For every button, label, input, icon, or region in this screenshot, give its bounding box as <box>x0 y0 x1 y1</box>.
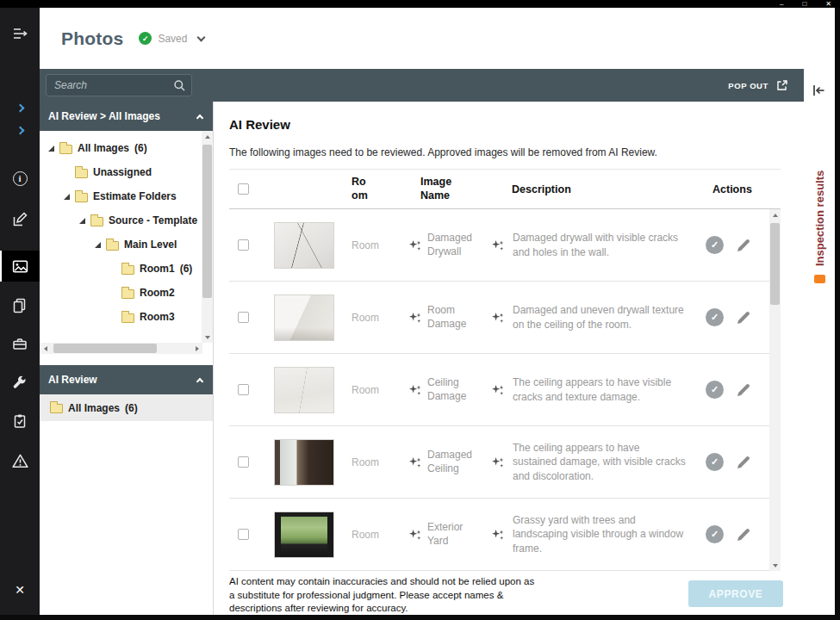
section-header-label: AI Review <box>48 374 97 386</box>
folder-icon <box>75 193 88 202</box>
scroll-left-button[interactable] <box>40 343 51 354</box>
tree-breadcrumb-header[interactable]: AI Review > All Images <box>40 102 213 131</box>
inspection-results-tab[interactable]: Inspection results <box>808 115 831 283</box>
tree-item-label: Room1 <box>140 263 175 275</box>
ai-review-table: Room Image Name Description Actions Room… <box>229 169 781 571</box>
scroll-up-button[interactable] <box>769 209 781 220</box>
tree-item-room1[interactable]: Room1 (6) <box>40 257 202 281</box>
scroll-up-button[interactable] <box>202 131 213 142</box>
edit-action-icon[interactable] <box>736 310 751 326</box>
ai-review-section-header[interactable]: AI Review <box>40 365 213 394</box>
edit-icon[interactable] <box>0 204 40 235</box>
room-label: Room <box>345 312 396 324</box>
photo-thumbnail[interactable] <box>274 222 334 269</box>
expand-triangle-icon[interactable] <box>64 194 70 200</box>
tree-item-source-template[interactable]: Source - Template <box>40 208 202 232</box>
image-name: Damaged Drywall <box>427 232 479 258</box>
photo-thumbnail[interactable] <box>274 512 334 558</box>
edit-action-icon[interactable] <box>736 455 751 470</box>
tree-item-label: Room3 <box>140 311 175 323</box>
image-name: Exterior Yard <box>427 521 479 548</box>
pop-out-button[interactable]: POP OUT <box>725 74 792 96</box>
image-name: Room Damage <box>427 304 479 331</box>
close-icon[interactable]: ✕ <box>0 574 40 605</box>
nav-chevron-icon[interactable] <box>0 115 40 146</box>
ai-review-title: AI Review <box>229 117 290 132</box>
column-header-room: Room <box>345 176 396 202</box>
tree-horizontal-scrollbar[interactable] <box>40 343 202 354</box>
edit-action-icon[interactable] <box>736 527 751 542</box>
select-all-checkbox[interactable] <box>238 183 249 195</box>
row-checkbox[interactable] <box>238 239 249 251</box>
tools-icon[interactable] <box>0 368 40 399</box>
ai-sparkle-icon <box>491 383 505 397</box>
folder-icon <box>106 241 119 251</box>
edit-action-icon[interactable] <box>736 238 751 253</box>
tree-item-room2[interactable]: Room2 <box>40 281 202 305</box>
photo-thumbnail[interactable] <box>274 367 334 413</box>
alerts-icon[interactable] <box>0 445 40 476</box>
room-label: Room <box>345 529 396 541</box>
tree-vertical-scrollbar[interactable] <box>202 131 213 343</box>
scroll-right-button[interactable] <box>191 343 202 354</box>
approve-check-icon[interactable] <box>706 308 724 326</box>
scrollbar-thumb[interactable] <box>770 223 780 305</box>
tree-item-main-level[interactable]: Main Level <box>40 232 202 257</box>
search-icon[interactable] <box>173 79 186 96</box>
ai-sparkle-icon <box>491 528 505 542</box>
tree-item-room3[interactable]: Room3 <box>40 305 202 329</box>
window-minimize-button[interactable]: – <box>780 0 783 8</box>
room-label: Room <box>345 239 396 251</box>
tree-item-all-images-selected[interactable]: All Images (6) <box>40 394 213 421</box>
window-close-button[interactable]: ✕ <box>825 0 831 8</box>
row-checkbox[interactable] <box>238 312 249 323</box>
row-checkbox[interactable] <box>238 529 249 540</box>
window-titlebar: – □ ✕ <box>0 0 840 8</box>
expand-triangle-icon[interactable] <box>48 146 54 152</box>
approve-button[interactable]: APPROVE <box>688 580 783 607</box>
approve-check-icon[interactable] <box>706 525 724 543</box>
folder-icon <box>90 217 103 226</box>
menu-expand-icon[interactable] <box>0 18 40 49</box>
folder-icon <box>121 265 134 275</box>
expand-triangle-icon[interactable] <box>95 242 101 248</box>
approve-check-icon[interactable] <box>706 236 724 254</box>
tree-item-estimate-folders[interactable]: Estimate Folders <box>40 184 202 208</box>
window-maximize-button[interactable]: □ <box>802 0 806 8</box>
toolbox-icon[interactable] <box>0 328 40 359</box>
photo-thumbnail[interactable] <box>274 294 334 341</box>
row-checkbox[interactable] <box>238 384 249 395</box>
tree-item-label: Room2 <box>140 287 175 299</box>
ai-sparkle-icon <box>491 311 505 325</box>
folder-icon <box>50 404 63 413</box>
ai-disclaimer: AI content may contain inaccuracies and … <box>229 575 538 616</box>
image-name: Damaged Ceiling <box>427 449 479 475</box>
chevron-right-icon <box>16 103 24 112</box>
scroll-down-button[interactable] <box>202 332 213 343</box>
saved-status-dropdown[interactable]: Saved <box>139 32 204 45</box>
chevron-up-icon <box>196 114 203 121</box>
tree-item-count: (6) <box>125 402 138 414</box>
table-vertical-scrollbar[interactable] <box>769 209 781 571</box>
approve-check-icon[interactable] <box>706 381 724 399</box>
scroll-down-button[interactable] <box>769 560 781 571</box>
row-checkbox[interactable] <box>238 456 249 468</box>
tree-item-unassigned[interactable]: Unassigned <box>40 160 202 184</box>
expand-triangle-icon[interactable] <box>79 218 85 224</box>
table-row: Room Damaged Ceiling The ceiling appears… <box>229 426 769 499</box>
tasks-icon[interactable] <box>0 406 40 437</box>
search-input[interactable] <box>47 75 191 96</box>
tree-item-all-images[interactable]: All Images (6) <box>40 136 202 160</box>
scrollbar-thumb[interactable] <box>202 145 212 298</box>
photo-thumbnail[interactable] <box>274 439 334 486</box>
scrollbar-thumb[interactable] <box>53 344 157 353</box>
ai-sparkle-icon <box>408 528 422 542</box>
approve-check-icon[interactable] <box>706 453 724 471</box>
photos-icon[interactable] <box>0 251 40 282</box>
info-icon[interactable]: i <box>0 163 40 194</box>
collapse-panel-icon[interactable] <box>812 84 826 101</box>
room-label: Room <box>345 456 396 468</box>
documents-icon[interactable] <box>0 290 40 321</box>
edit-action-icon[interactable] <box>736 382 751 398</box>
ai-review-intro: The following images need to be reviewed… <box>229 146 657 158</box>
